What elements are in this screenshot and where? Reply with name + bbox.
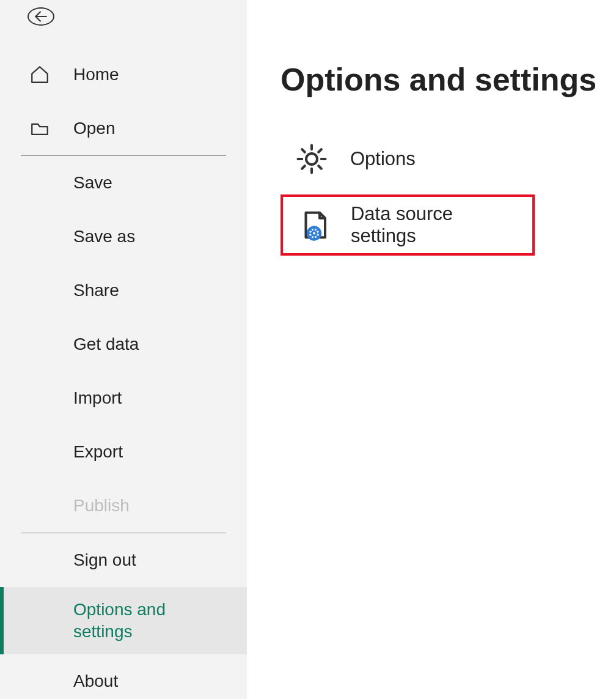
option-options[interactable]: Options (280, 128, 535, 190)
arrow-left-icon (33, 9, 49, 24)
sidebar-item-import[interactable]: Import (0, 371, 247, 425)
folder-icon (29, 118, 73, 139)
sidebar-item-label: Options and settings (73, 599, 196, 643)
option-label: Data source settings (351, 203, 518, 247)
sidebar-item-label: Save as (73, 227, 247, 246)
sidebar-item-options-and-settings[interactable]: Options and settings (0, 587, 247, 654)
sidebar-item-label: Import (73, 388, 247, 408)
sidebar-item-export[interactable]: Export (0, 425, 247, 479)
sidebar-item-label: Publish (73, 496, 247, 516)
sidebar-item-share[interactable]: Share (0, 264, 247, 317)
home-icon (29, 64, 73, 85)
sidebar-item-home[interactable]: Home (0, 48, 247, 102)
sidebar-item-label: Home (73, 65, 247, 84)
sidebar-item-label: Share (73, 281, 247, 300)
sidebar-item-open[interactable]: Open (0, 102, 247, 155)
sidebar-item-label: Get data (73, 335, 247, 354)
sidebar-item-sign-out[interactable]: Sign out (0, 533, 247, 587)
sidebar-item-publish: Publish (0, 479, 247, 533)
back-button[interactable] (28, 7, 54, 26)
sidebar-item-label: Save (73, 173, 247, 193)
option-label: Options (350, 148, 416, 170)
options-page: Options and settings OptionsData source … (247, 0, 616, 699)
gear-icon (295, 142, 350, 176)
sidebar-item-get-data[interactable]: Get data (0, 317, 247, 371)
option-data-source-settings[interactable]: Data source settings (280, 194, 535, 256)
sidebar-item-about[interactable]: About (0, 654, 247, 699)
file-menu-sidebar: HomeOpenSaveSave asShareGet dataImportEx… (0, 0, 247, 699)
sidebar-item-save[interactable]: Save (0, 156, 247, 210)
sidebar-item-label: Export (73, 442, 247, 462)
data-source-icon (298, 209, 351, 242)
sidebar-item-save-as[interactable]: Save as (0, 210, 247, 264)
sidebar-item-label: Open (73, 119, 247, 138)
sidebar-item-label: About (73, 671, 247, 691)
sidebar-item-label: Sign out (73, 550, 247, 570)
page-title: Options and settings (280, 61, 616, 98)
